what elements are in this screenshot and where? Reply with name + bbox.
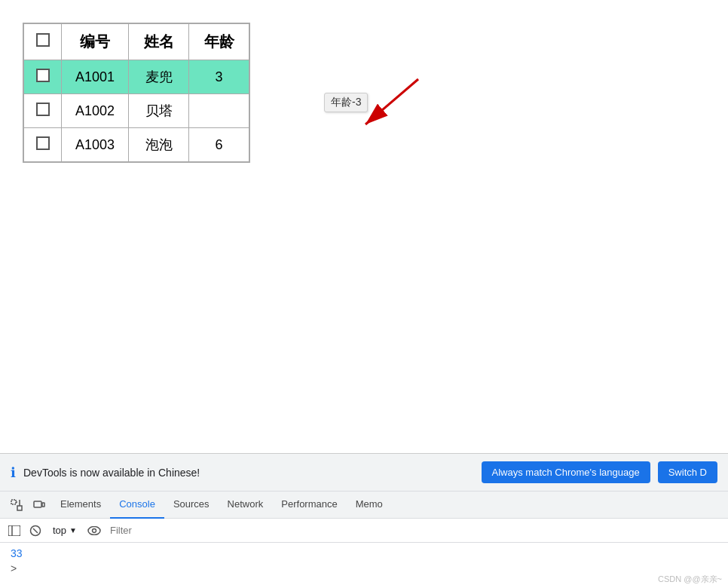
svg-rect-8 bbox=[8, 525, 20, 536]
tab-console[interactable]: Console bbox=[110, 492, 164, 519]
tooltip-badge: 年龄-3 bbox=[324, 93, 368, 112]
row-checkbox[interactable] bbox=[36, 136, 50, 150]
always-match-button[interactable]: Always match Chrome's language bbox=[482, 461, 650, 483]
tab-network[interactable]: Network bbox=[219, 492, 273, 519]
tab-sources[interactable]: Sources bbox=[164, 492, 219, 519]
row-checkbox-cell bbox=[24, 60, 62, 94]
tab-performance[interactable]: Performance bbox=[272, 492, 346, 519]
table-row: A1002 贝塔 bbox=[24, 94, 249, 128]
row-checkbox[interactable] bbox=[36, 69, 50, 82]
cell-name: 麦兜 bbox=[129, 60, 189, 94]
header-checkbox-cell bbox=[24, 24, 62, 60]
notification-text: DevTools is now available in Chinese! bbox=[23, 467, 474, 479]
table-header-row: 编号 姓名 年龄 bbox=[24, 24, 249, 60]
svg-rect-2 bbox=[11, 500, 16, 504]
cell-name: 贝塔 bbox=[129, 94, 189, 128]
cell-name: 泡泡 bbox=[129, 128, 189, 162]
table-row: A1001 麦兜 3 bbox=[24, 60, 249, 94]
cell-age: 6 bbox=[189, 128, 249, 162]
console-output-number: 33 bbox=[11, 547, 717, 559]
svg-rect-3 bbox=[17, 506, 22, 510]
svg-line-1 bbox=[366, 79, 418, 124]
tab-memory[interactable]: Memo bbox=[347, 492, 392, 519]
tab-elements[interactable]: Elements bbox=[51, 492, 110, 519]
svg-line-11 bbox=[33, 528, 38, 533]
cell-id: A1003 bbox=[62, 128, 129, 162]
main-content: 编号 姓名 年龄 A1001 麦兜 3 bbox=[0, 0, 728, 377]
table-row: A1003 泡泡 6 bbox=[24, 128, 249, 162]
svg-rect-7 bbox=[42, 503, 44, 507]
console-output: 33 > bbox=[0, 543, 728, 588]
col-header-age: 年龄 bbox=[189, 24, 249, 60]
devtools-tabs-bar: Elements Console Sources Network Perform… bbox=[0, 492, 728, 519]
inspect-icon[interactable] bbox=[6, 495, 27, 516]
header-checkbox[interactable] bbox=[36, 33, 50, 47]
chevron-down-icon: ▼ bbox=[69, 526, 77, 534]
svg-point-13 bbox=[92, 528, 96, 532]
data-table: 编号 姓名 年龄 A1001 麦兜 3 bbox=[23, 23, 250, 163]
cell-id: A1002 bbox=[62, 94, 129, 128]
devtools-panel: ℹ DevTools is now available in Chinese! … bbox=[0, 453, 728, 588]
cell-age bbox=[189, 94, 249, 128]
eye-icon[interactable] bbox=[86, 522, 102, 539]
switch-button[interactable]: Switch D bbox=[658, 461, 717, 483]
svg-point-12 bbox=[88, 526, 100, 534]
console-prompt: > bbox=[11, 562, 717, 574]
row-checkbox[interactable] bbox=[36, 103, 50, 116]
filter-input[interactable] bbox=[107, 523, 722, 537]
svg-rect-6 bbox=[34, 501, 41, 507]
row-checkbox-cell bbox=[24, 128, 62, 162]
clear-console-icon[interactable] bbox=[27, 522, 44, 539]
watermark: CSDN @@亲亲~ bbox=[658, 574, 722, 585]
col-header-name: 姓名 bbox=[129, 24, 189, 60]
context-label: top bbox=[53, 525, 66, 536]
context-selector[interactable]: top ▼ bbox=[48, 523, 81, 537]
device-toolbar-icon[interactable] bbox=[29, 495, 50, 516]
cell-age: 3 bbox=[189, 60, 249, 94]
cell-id: A1001 bbox=[62, 60, 129, 94]
notification-bar: ℹ DevTools is now available in Chinese! … bbox=[0, 454, 728, 492]
console-toolbar: top ▼ bbox=[0, 519, 728, 543]
info-icon: ℹ bbox=[11, 464, 16, 481]
row-checkbox-cell bbox=[24, 94, 62, 128]
col-header-id: 编号 bbox=[62, 24, 129, 60]
sidebar-toggle-icon[interactable] bbox=[6, 522, 23, 539]
